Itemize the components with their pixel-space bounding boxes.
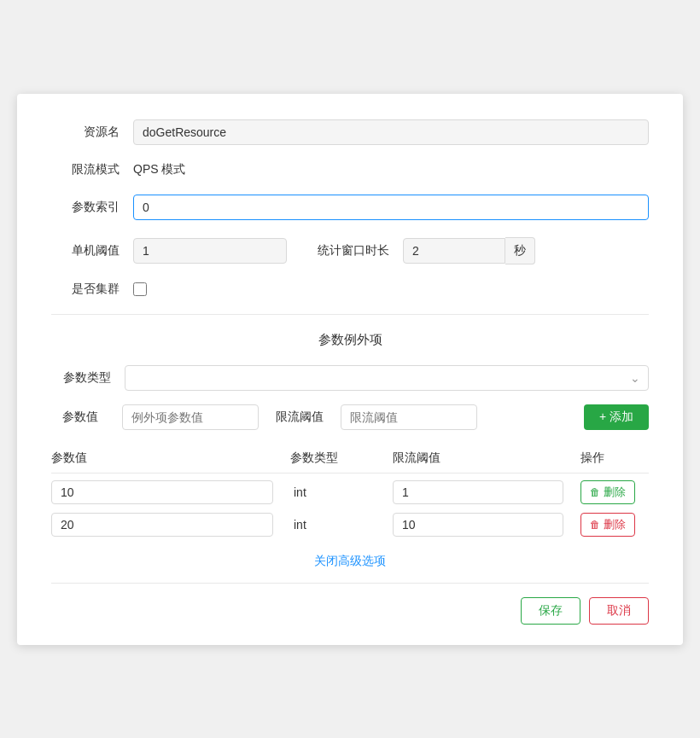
stat-window-unit: 秒 — [505, 237, 535, 264]
add-button[interactable]: + 添加 — [584, 404, 649, 430]
table-cell-action-1: 🗑 删除 — [580, 480, 666, 504]
row2-delete-label: 删除 — [604, 517, 626, 532]
row1-rate-input[interactable] — [393, 480, 563, 504]
param-value-row: 参数值 限流阈值 + 添加 — [51, 404, 649, 430]
resource-name-input[interactable] — [133, 119, 649, 145]
col-param-type: 参数类型 — [290, 450, 393, 466]
modal-container: 资源名 限流模式 QPS 模式 参数索引 单机阈值 统计窗口时长 秒 是否集群 … — [17, 94, 683, 645]
stat-window-input[interactable] — [403, 238, 505, 264]
row1-delete-button[interactable]: 🗑 删除 — [580, 480, 635, 504]
row2-param-type: int — [290, 518, 393, 532]
param-type-row: 参数类型 int String double long ⌄ — [51, 365, 649, 391]
row1-param-type: int — [290, 485, 393, 499]
col-param-value: 参数值 — [51, 450, 290, 466]
param-index-label: 参数索引 — [51, 200, 120, 215]
rate-threshold-label: 限流阈值 — [276, 410, 324, 425]
close-advanced-section: 关闭高级选项 — [51, 554, 649, 569]
rate-mode-label: 限流模式 — [51, 162, 120, 177]
param-value-input[interactable] — [122, 404, 259, 430]
table-row: int 🗑 删除 — [51, 513, 649, 537]
table-header: 参数值 参数类型 限流阈值 操作 — [51, 444, 649, 474]
stat-window-group: 秒 — [403, 237, 535, 264]
table-cell-action-2: 🗑 删除 — [580, 513, 666, 537]
close-advanced-link[interactable]: 关闭高级选项 — [314, 554, 386, 567]
resource-name-label: 资源名 — [51, 125, 120, 140]
col-action: 操作 — [580, 450, 666, 466]
table-cell-rate-1 — [393, 480, 580, 504]
row1-delete-label: 删除 — [604, 485, 626, 500]
single-threshold-input[interactable] — [133, 238, 287, 264]
cancel-button[interactable]: 取消 — [589, 597, 649, 625]
param-type-select-wrapper: int String double long ⌄ — [125, 365, 649, 391]
trash-icon: 🗑 — [590, 486, 600, 498]
trash-icon: 🗑 — [590, 519, 600, 531]
rate-mode-row: 限流模式 QPS 模式 — [51, 162, 649, 177]
param-index-input[interactable] — [133, 195, 649, 220]
save-button[interactable]: 保存 — [521, 597, 580, 625]
param-value-label: 参数值 — [51, 410, 98, 425]
single-threshold-label: 单机阈值 — [51, 243, 120, 259]
rate-mode-value: QPS 模式 — [133, 162, 185, 177]
row2-param-value-input[interactable] — [51, 513, 273, 537]
param-index-row: 参数索引 — [51, 195, 649, 220]
footer-divider — [51, 583, 649, 584]
footer-buttons: 保存 取消 — [51, 597, 649, 625]
is-cluster-checkbox[interactable] — [133, 282, 147, 296]
is-cluster-row: 是否集群 — [51, 282, 649, 297]
row1-param-value-input[interactable] — [51, 480, 273, 504]
resource-name-row: 资源名 — [51, 119, 649, 145]
table-cell-param-value-2 — [51, 513, 290, 537]
table-row: int 🗑 删除 — [51, 480, 649, 504]
stat-window-label: 统计窗口时长 — [287, 243, 389, 259]
is-cluster-label: 是否集群 — [51, 282, 120, 297]
col-rate-threshold: 限流阈值 — [393, 450, 580, 466]
threshold-row: 单机阈值 统计窗口时长 秒 — [51, 237, 649, 264]
param-type-select[interactable]: int String double long — [125, 365, 649, 391]
section-title: 参数例外项 — [51, 332, 649, 348]
table-cell-rate-2 — [393, 513, 580, 537]
table-cell-param-value-1 — [51, 480, 290, 504]
row2-delete-button[interactable]: 🗑 删除 — [580, 513, 635, 537]
rate-threshold-input[interactable] — [341, 404, 477, 430]
divider-1 — [51, 314, 649, 315]
param-type-label: 参数类型 — [51, 370, 111, 386]
row2-rate-input[interactable] — [393, 513, 563, 537]
